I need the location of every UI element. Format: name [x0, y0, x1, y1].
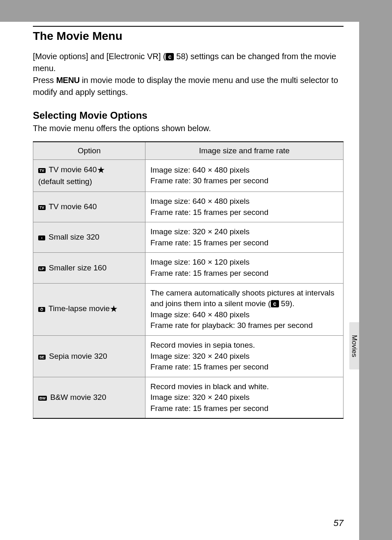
menu-button-label: MENU	[56, 76, 80, 85]
description-cell: Record movies in black and white.Image s…	[145, 377, 344, 418]
option-extra: (default setting)	[38, 177, 92, 186]
description-cell: Image size: 320 × 240 pixelsFrame rate: …	[145, 222, 344, 253]
description-cell: The camera automatically shoots pictures…	[145, 283, 344, 335]
content-area: The Movie Menu [Movie options] and [Elec…	[0, 22, 359, 419]
option-cell: ▪ Small size 320	[33, 222, 145, 253]
section-subtitle: The movie menu offers the options shown …	[33, 124, 344, 133]
col-header-option: Option	[33, 142, 145, 160]
page: The Movie Menu [Movie options] and [Elec…	[0, 22, 359, 540]
option-label: Time-lapse movie	[46, 304, 110, 313]
table-row: TV TV movie 640★(default setting)Image s…	[33, 159, 344, 192]
reference-icon: c	[271, 300, 279, 307]
page-title: The Movie Menu	[33, 26, 344, 43]
mode-icon: TV	[38, 168, 46, 173]
option-label: Small size 320	[46, 233, 99, 241]
description-cell: Image size: 640 × 480 pixelsFrame rate: …	[145, 192, 344, 222]
movie-options-table: Option Image size and frame rate TV TV m…	[33, 141, 344, 419]
option-cell: LP Smaller size 160	[33, 253, 145, 283]
description-cell: Image size: 640 × 480 pixelsFrame rate: …	[145, 159, 344, 192]
option-cell: TV TV movie 640★(default setting)	[33, 159, 145, 192]
table-row: ▪ Small size 320Image size: 320 × 240 pi…	[33, 222, 344, 253]
option-label: TV movie 640	[47, 165, 97, 174]
intro-text: [Movie options] and [Electronic VR] (c 5…	[33, 51, 344, 98]
mode-icon: ▪	[38, 235, 45, 240]
reference-icon: c	[166, 53, 174, 60]
description-cell: Record movies in sepia tones.Image size:…	[145, 335, 344, 377]
mode-icon: ⏱	[38, 307, 45, 312]
table-row: LP Smaller size 160Image size: 160 × 120…	[33, 253, 344, 283]
mode-icon: LP	[38, 266, 46, 271]
description-cell: Image size: 160 × 120 pixelsFrame rate: …	[145, 253, 344, 283]
section-tab-movies: Movies	[349, 322, 359, 369]
section-heading: Selecting Movie Options	[33, 110, 344, 121]
option-cell: TV TV movie 640	[33, 192, 145, 222]
ref-page-58: 58	[174, 52, 185, 61]
mode-icon: SE	[38, 355, 46, 360]
option-label: Sepia movie 320	[47, 352, 107, 360]
option-label: Smaller size 160	[47, 263, 107, 272]
table-row: ⏱ Time-lapse movie★The camera automatica…	[33, 283, 344, 335]
intro-part3a: Press	[33, 76, 56, 85]
option-label: B&W movie 320	[48, 393, 106, 402]
option-cell: BW B&W movie 320	[33, 377, 145, 418]
table-header-row: Option Image size and frame rate	[33, 142, 344, 160]
table-row: TV TV movie 640Image size: 640 × 480 pix…	[33, 192, 344, 222]
table-row: SE Sepia movie 320Record movies in sepia…	[33, 335, 344, 377]
option-cell: ⏱ Time-lapse movie★	[33, 283, 145, 335]
option-label: TV movie 640	[47, 202, 97, 211]
mode-icon: TV	[38, 205, 46, 210]
mode-icon: BW	[38, 396, 47, 401]
star-icon: ★	[110, 304, 118, 314]
intro-part1: [Movie options] and [Electronic VR] (	[33, 52, 166, 61]
option-cell: SE Sepia movie 320	[33, 335, 145, 377]
section-tab-label: Movies	[350, 335, 358, 357]
col-header-desc: Image size and frame rate	[145, 142, 344, 160]
page-number: 57	[334, 518, 344, 528]
table-row: BW B&W movie 320Record movies in black a…	[33, 377, 344, 418]
star-icon: ★	[97, 165, 105, 175]
